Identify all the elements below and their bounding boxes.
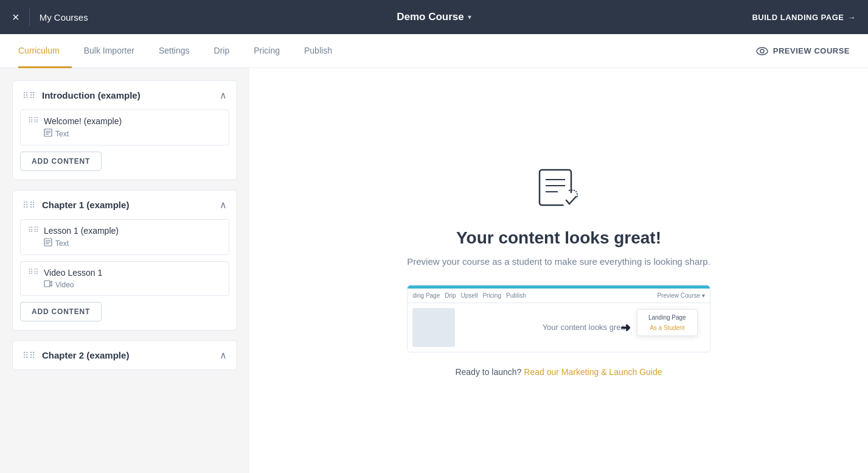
tabs-bar: Curriculum Bulk Importer Settings Drip P… (0, 34, 868, 68)
tabs-list: Curriculum Bulk Importer Settings Drip P… (18, 34, 344, 68)
lesson-type-label: Text (55, 130, 69, 138)
section-title: Chapter 1 (example) (42, 200, 214, 210)
arrow-right-icon: → (848, 13, 856, 22)
screenshot-dropdown: Landing Page As a Student (637, 309, 698, 336)
lesson-type-label: Text (55, 239, 69, 248)
lesson-name: Video Lesson 1 (44, 268, 102, 278)
screenshot-body: Your content looks great ➜ Landing Page … (408, 303, 710, 352)
svg-point-1 (760, 49, 764, 53)
lesson-drag-icon[interactable]: ⠿⠿ (28, 116, 39, 125)
screenshot-tab: Pricing (482, 292, 501, 299)
my-courses-link[interactable]: My Courses (40, 12, 88, 23)
section-chapter2: ⠿⠿ Chapter 2 (example) ∧ (12, 340, 237, 370)
tab-settings[interactable]: Settings (147, 35, 202, 68)
add-content-button-chapter1[interactable]: ADD CONTENT (20, 302, 102, 321)
screenshot-preview-btn: Preview Course ▾ (657, 292, 704, 299)
sidebar: ⠿⠿ Introduction (example) ∧ ⠿⠿ Welcome! … (0, 68, 249, 473)
lesson-type: Text (44, 128, 122, 139)
collapse-icon[interactable]: ∧ (220, 199, 227, 211)
tab-publish[interactable]: Publish (292, 35, 344, 68)
screenshot-tab: Upsell (461, 292, 478, 299)
lesson-lesson1[interactable]: ⠿⠿ Lesson 1 (example) (20, 219, 229, 255)
add-content-button-intro[interactable]: ADD CONTENT (20, 152, 102, 171)
lesson-drag-icon[interactable]: ⠿⠿ (28, 268, 39, 276)
lesson-welcome[interactable]: ⠿⠿ Welcome! (example) (20, 110, 229, 145)
lesson-type: Video (44, 280, 102, 289)
screenshot-dropdown-student: As a Student (637, 323, 697, 333)
drag-handle-icon[interactable]: ⠿⠿ (23, 91, 36, 100)
launch-text: Ready to launch? Read our Marketing & La… (407, 367, 710, 377)
course-title: Demo Course (397, 11, 464, 23)
ready-to-launch-label: Ready to launch? (455, 367, 521, 377)
lesson-type-label: Video (55, 281, 74, 289)
lesson-name: Lesson 1 (example) (44, 226, 119, 236)
build-landing-page-button[interactable]: BUILD LANDING PAGE → (752, 13, 856, 22)
collapse-icon[interactable]: ∧ (220, 349, 227, 361)
main-content-area: Your content looks great! Preview your c… (249, 68, 868, 473)
preview-screenshot: ding Page Drip Upsell Pricing Publish Pr… (407, 285, 710, 352)
tab-curriculum[interactable]: Curriculum (18, 35, 72, 68)
lesson-video1[interactable]: ⠿⠿ Video Lesson 1 Video (20, 261, 229, 296)
text-icon (44, 238, 52, 248)
tab-pricing[interactable]: Pricing (241, 35, 292, 68)
lesson-type: Text (44, 238, 119, 248)
build-landing-label: BUILD LANDING PAGE (752, 13, 844, 22)
svg-point-0 (757, 47, 768, 55)
lesson-name: Welcome! (example) (44, 116, 122, 126)
course-dropdown-icon[interactable]: ▾ (468, 13, 471, 21)
drag-handle-icon[interactable]: ⠿⠿ (23, 351, 36, 360)
preview-course-label: PREVIEW COURSE (773, 46, 850, 55)
collapse-icon[interactable]: ∧ (220, 89, 227, 101)
screenshot-tab: ding Page (412, 292, 440, 299)
close-icon[interactable]: × (12, 10, 19, 24)
content-icon (535, 165, 583, 214)
section-chapter2-header[interactable]: ⠿⠿ Chapter 2 (example) ∧ (13, 341, 237, 370)
screenshot-tab: Drip (445, 292, 456, 299)
section-title: Introduction (example) (42, 90, 214, 100)
content-subtitle: Preview your course as a student to make… (407, 256, 710, 267)
launch-guide-link[interactable]: Read our Marketing & Launch Guide (524, 367, 662, 377)
svg-rect-10 (44, 281, 50, 287)
content-looks-great-panel: Your content looks great! Preview your c… (395, 141, 723, 401)
tab-drip[interactable]: Drip (202, 35, 242, 68)
screenshot-dropdown-landing: Landing Page (637, 312, 697, 323)
eye-icon (756, 47, 768, 55)
preview-course-button[interactable]: PREVIEW COURSE (756, 46, 850, 55)
content-title: Your content looks great! (407, 228, 710, 248)
text-icon (44, 128, 52, 139)
screenshot-tab: Publish (506, 292, 526, 299)
nav-divider (29, 8, 30, 26)
video-icon (44, 280, 52, 289)
lesson-drag-icon[interactable]: ⠿⠿ (28, 226, 39, 234)
screenshot-tabs: ding Page Drip Upsell Pricing Publish Pr… (408, 289, 710, 303)
section-chapter1: ⠿⠿ Chapter 1 (example) ∧ ⠿⠿ Lesson 1 (ex… (12, 190, 237, 331)
main-layout: ⠿⠿ Introduction (example) ∧ ⠿⠿ Welcome! … (0, 68, 868, 473)
drag-handle-icon[interactable]: ⠿⠿ (23, 200, 36, 210)
section-chapter1-header[interactable]: ⠿⠿ Chapter 1 (example) ∧ (13, 191, 237, 219)
screenshot-arrow-icon: ➜ (620, 320, 631, 335)
screenshot-sidebar-thumbnail (412, 308, 455, 347)
top-navigation: × My Courses Demo Course ▾ BUILD LANDING… (0, 0, 868, 34)
section-introduction-header[interactable]: ⠿⠿ Introduction (example) ∧ (13, 81, 237, 110)
tab-bulk-importer[interactable]: Bulk Importer (72, 35, 147, 68)
section-introduction: ⠿⠿ Introduction (example) ∧ ⠿⠿ Welcome! … (12, 80, 237, 180)
section-title: Chapter 2 (example) (42, 350, 214, 360)
